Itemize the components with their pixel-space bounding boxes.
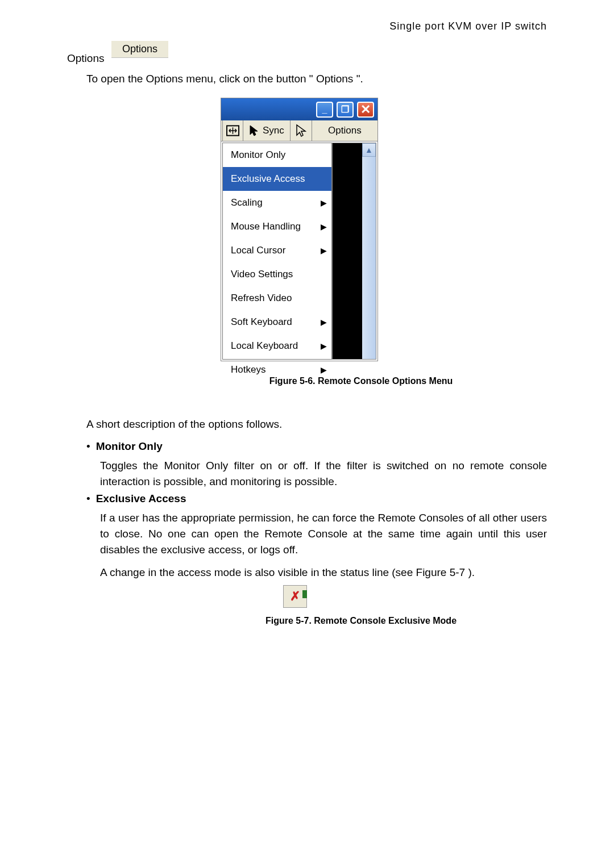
short-description: A short description of the options follo… <box>86 418 282 431</box>
submenu-arrow-icon: ▶ <box>321 246 327 255</box>
remote-screen-area[interactable] <box>333 143 362 359</box>
menu-item-label: Mouse Handling <box>231 221 301 232</box>
options-menu: Monitor Only Exclusive Access Scaling ▶ … <box>222 143 332 360</box>
menu-item-label: Local Cursor <box>231 245 285 256</box>
cursor-outline-icon <box>295 124 306 137</box>
menu-monitor-only[interactable]: Monitor Only <box>223 143 331 167</box>
section-label-options: Options <box>67 52 104 65</box>
menu-item-label: Soft Keyboard <box>231 316 292 328</box>
exclusive-x-icon: ✗ <box>290 589 300 604</box>
bullet-body: If a user has the appropriate permission… <box>100 510 547 558</box>
sync-label: Sync <box>263 125 284 136</box>
toolbar-options-button[interactable]: Options <box>312 125 377 136</box>
menu-item-label: Scaling <box>231 197 263 208</box>
bullet-body-2: A change in the access mode is also visi… <box>100 565 547 581</box>
figure-5-7-caption: Figure 5-7. Remote Console Exclusive Mod… <box>190 616 532 626</box>
page-header: Single port KVM over IP switch <box>389 20 547 32</box>
scroll-up-button[interactable]: ▲ <box>362 143 376 157</box>
menu-mouse-handling[interactable]: Mouse Handling ▶ <box>223 215 331 239</box>
window-titlebar: _ ❐ ✕ <box>221 98 377 120</box>
bullet-title: Exclusive Access <box>96 492 186 506</box>
menu-scaling[interactable]: Scaling ▶ <box>223 191 331 215</box>
chevron-up-icon: ▲ <box>365 145 373 155</box>
minimize-button[interactable]: _ <box>316 102 333 118</box>
options-button-chip[interactable]: Options <box>111 41 168 58</box>
menu-refresh-video[interactable]: Refresh Video <box>223 286 331 310</box>
toolbar-move-button[interactable] <box>222 120 243 141</box>
toolbar-sync-button[interactable]: Sync <box>243 120 291 141</box>
menu-exclusive-access[interactable]: Exclusive Access <box>223 167 331 191</box>
submenu-arrow-icon: ▶ <box>321 341 327 350</box>
restore-button[interactable]: ❐ <box>337 102 354 118</box>
menu-item-label: Exclusive Access <box>231 173 305 185</box>
submenu-arrow-icon: ▶ <box>321 318 327 327</box>
restore-icon: ❐ <box>341 104 349 115</box>
submenu-arrow-icon: ▶ <box>321 365 327 374</box>
bullet-monitor-only: • Monitor Only Toggles the Monitor Only … <box>86 440 547 490</box>
minimize-icon: _ <box>322 105 327 115</box>
bullet-icon: • <box>86 440 90 453</box>
bullet-exclusive-access: • Exclusive Access If a user has the app… <box>86 492 547 581</box>
bullet-icon: • <box>86 492 90 506</box>
menu-item-label: Local Keyboard <box>231 340 298 352</box>
menu-item-label: Monitor Only <box>231 149 285 161</box>
remote-console-content: ▲ <box>332 143 376 360</box>
close-button[interactable]: ✕ <box>357 102 374 118</box>
close-icon: ✕ <box>360 104 371 115</box>
bullet-title: Monitor Only <box>96 440 163 453</box>
cursor-icon <box>249 124 259 137</box>
options-label: Options <box>328 125 362 136</box>
remote-console-toolbar: Sync Options <box>221 120 377 141</box>
intro-text: To open the Options menu, click on the b… <box>86 73 363 85</box>
toolbar-single-cursor-button[interactable] <box>291 120 312 141</box>
move-icon <box>226 125 239 136</box>
menu-local-keyboard[interactable]: Local Keyboard ▶ <box>223 334 331 358</box>
exclusive-mode-status-icon: ✗ <box>283 585 307 608</box>
menu-local-cursor[interactable]: Local Cursor ▶ <box>223 239 331 262</box>
submenu-arrow-icon: ▶ <box>321 222 327 231</box>
submenu-arrow-icon: ▶ <box>321 198 327 207</box>
bullet-body: Toggles the Monitor Only filter on or of… <box>100 458 547 490</box>
menu-item-label: Video Settings <box>231 269 293 280</box>
remote-console-window: _ ❐ ✕ Sync Options <box>221 98 378 361</box>
menu-item-label: Refresh Video <box>231 293 292 304</box>
figure-5-6-caption: Figure 5-6. Remote Console Options Menu <box>190 376 532 386</box>
menu-soft-keyboard[interactable]: Soft Keyboard ▶ <box>223 310 331 334</box>
remote-console-body: Monitor Only Exclusive Access Scaling ▶ … <box>221 141 377 361</box>
vertical-scrollbar[interactable]: ▲ <box>362 143 376 359</box>
menu-item-label: Hotkeys <box>231 364 265 375</box>
menu-video-settings[interactable]: Video Settings <box>223 262 331 286</box>
